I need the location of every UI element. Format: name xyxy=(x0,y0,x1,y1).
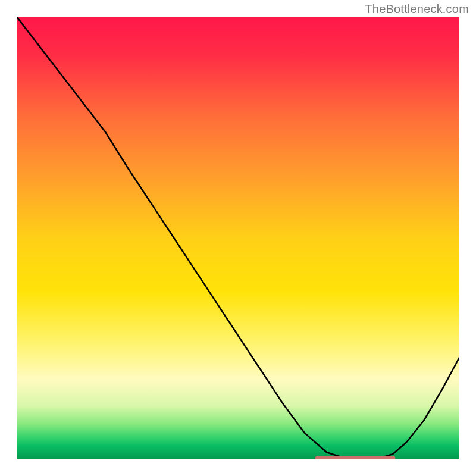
chart-svg xyxy=(17,17,459,459)
chart-container: TheBottleneck.com xyxy=(0,0,476,476)
plot-background xyxy=(17,17,459,459)
watermark-text: TheBottleneck.com xyxy=(365,2,469,16)
